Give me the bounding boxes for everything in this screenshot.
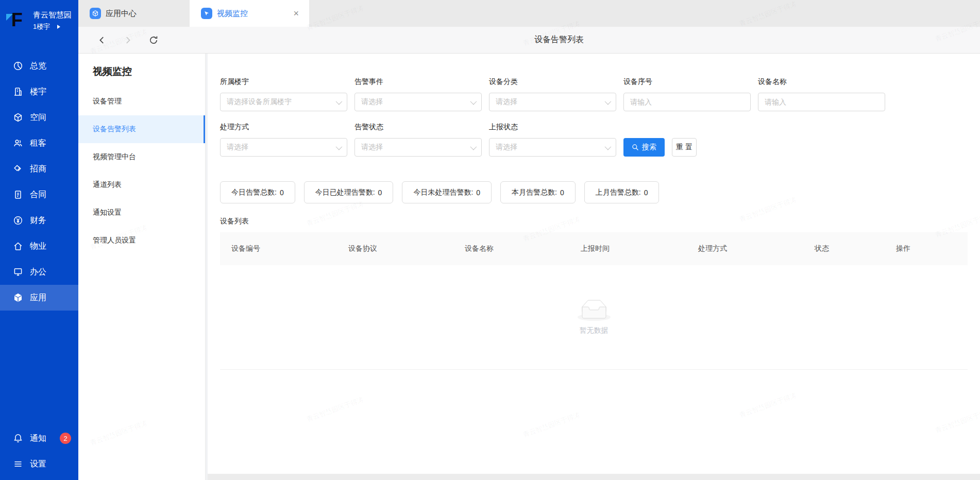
sidebar-item-finance[interactable]: 财务 — [0, 208, 78, 233]
col-actions: 操作 — [896, 244, 968, 253]
handle-method-select[interactable]: 请选择 — [220, 138, 347, 157]
filter-label-handle-method: 处理方式 — [220, 123, 347, 132]
stat-value: 0 — [560, 188, 564, 197]
table-header: 设备编号 设备协议 设备名称 上报时间 处理方式 状态 操作 — [220, 232, 968, 265]
yuan-circle-icon — [13, 215, 23, 226]
col-report-time: 上报时间 — [581, 244, 698, 253]
stat-today-unhandled[interactable]: 今日未处理告警数:0 — [402, 181, 492, 203]
submenu-item-channel-list[interactable]: 通道列表 — [78, 171, 205, 199]
app-center-icon — [90, 8, 101, 19]
logo-letter: F — [11, 9, 22, 31]
chevron-down-icon — [336, 143, 343, 150]
sidebar-item-contract[interactable]: 合同 — [0, 182, 78, 208]
video-monitoring-icon — [201, 8, 212, 19]
page-title: 设备告警列表 — [534, 35, 584, 45]
primary-sidebar: F 青云智慧园 1楼宇 总览 楼宇 空间 租客 — [0, 0, 78, 480]
submenu-item-device-management[interactable]: 设备管理 — [78, 88, 205, 115]
secondary-sidebar: 视频监控 设备管理 设备告警列表 视频管理中台 通道列表 通知设置 管理人员设置 — [78, 54, 206, 480]
sidebar-item-notifications[interactable]: 通知 2 — [0, 425, 78, 451]
submenu-item-video-platform[interactable]: 视频管理中台 — [78, 143, 205, 171]
back-button[interactable] — [97, 35, 107, 45]
sidebar-item-tenant[interactable]: 租客 — [0, 130, 78, 156]
alarm-event-select[interactable]: 请选择 — [354, 93, 482, 111]
stat-last-month-total[interactable]: 上月告警总数:0 — [584, 181, 660, 203]
filter-label-building: 所属楼宇 — [220, 77, 347, 87]
chevron-down-icon — [470, 143, 477, 150]
empty-text: 暂无数据 — [580, 326, 609, 335]
device-list-title: 设备列表 — [220, 217, 968, 226]
search-button[interactable]: 搜索 — [623, 138, 665, 157]
forward-button[interactable] — [123, 35, 133, 45]
col-status: 状态 — [815, 244, 896, 253]
tab-video-monitoring[interactable]: 视频监控 × — [190, 0, 309, 27]
house-icon — [13, 241, 23, 251]
filter-row-2: 处理方式 请选择 告警状态 请选择 上报状态 请选择 搜索 重 置 — [220, 123, 968, 168]
submenu-item-device-alarm-list[interactable]: 设备告警列表 — [78, 115, 205, 143]
empty-state: 暂无数据 — [220, 265, 968, 370]
refresh-button[interactable] — [148, 35, 159, 45]
col-device-name: 设备名称 — [465, 244, 581, 253]
search-icon — [632, 144, 639, 151]
stat-value: 0 — [280, 188, 284, 197]
cube-filled-icon — [13, 293, 23, 303]
filter-label-alarm-event: 告警事件 — [354, 77, 482, 87]
people-icon — [13, 138, 23, 148]
filter-label-device-category: 设备分类 — [489, 77, 616, 87]
chevron-down-icon — [470, 98, 477, 105]
report-status-select[interactable]: 请选择 — [489, 138, 616, 157]
cube-icon — [13, 112, 23, 123]
app-window: F 青云智慧园 1楼宇 总览 楼宇 空间 租客 — [0, 0, 980, 480]
filter-label-alarm-status: 告警状态 — [354, 123, 482, 132]
sidebar-item-property[interactable]: 物业 — [0, 233, 78, 259]
filter-label-device-name: 设备名称 — [758, 77, 885, 87]
stat-month-total[interactable]: 本月告警总数:0 — [500, 181, 576, 203]
sidebar-item-space[interactable]: 空间 — [0, 105, 78, 130]
bell-icon — [13, 433, 23, 443]
window-bottom-strip — [208, 474, 980, 480]
device-serial-input[interactable] — [623, 93, 751, 111]
sidebar-item-settings[interactable]: 设置 — [0, 451, 78, 477]
stat-today-handled[interactable]: 今日已处理告警数:0 — [304, 181, 394, 203]
filter-label-report-status: 上报状态 — [489, 123, 616, 132]
submenu-title: 视频监控 — [78, 54, 205, 78]
building-selector-label[interactable]: 1楼宇 — [33, 22, 50, 31]
close-icon[interactable]: × — [293, 9, 299, 18]
device-name-input[interactable] — [758, 93, 885, 111]
brand-logo: F — [5, 9, 29, 32]
filter-row-1: 所属楼宇 请选择设备所属楼宇 告警事件 请选择 设备分类 请选择 设备序号 设备… — [220, 77, 968, 123]
alarm-stats-row: 今日告警总数:0 今日已处理告警数:0 今日未处理告警数:0 本月告警总数:0 … — [220, 181, 968, 203]
building-select[interactable]: 请选择设备所属楼宇 — [220, 93, 347, 111]
sidebar-item-office[interactable]: 办公 — [0, 259, 78, 285]
device-table: 设备编号 设备协议 设备名称 上报时间 处理方式 状态 操作 暂无数据 — [220, 232, 968, 370]
submenu-item-notification-settings[interactable]: 通知设置 — [78, 199, 205, 227]
chevron-down-icon — [336, 98, 343, 105]
nav-bar: 设备告警列表 — [78, 27, 980, 54]
sidebar-item-apps[interactable]: 应用 — [0, 285, 78, 311]
col-device-id: 设备编号 — [231, 244, 348, 253]
tags-icon — [13, 164, 23, 174]
tab-app-center[interactable]: 应用中心 — [78, 0, 190, 27]
brand-name: 青云智慧园 — [33, 10, 72, 20]
sidebar-item-investment[interactable]: 招商 — [0, 156, 78, 182]
caret-right-icon[interactable] — [57, 25, 60, 29]
alarm-status-select[interactable]: 请选择 — [354, 138, 482, 157]
document-icon — [13, 190, 23, 200]
building-icon — [13, 87, 23, 97]
primary-menu: 总览 楼宇 空间 租客 招商 合同 — [0, 53, 78, 311]
reset-button[interactable]: 重 置 — [672, 138, 697, 157]
device-category-select[interactable]: 请选择 — [489, 93, 616, 111]
sidebar-item-building[interactable]: 楼宇 — [0, 79, 78, 105]
col-device-protocol: 设备协议 — [348, 244, 465, 253]
empty-box-icon — [578, 300, 611, 321]
notification-badge: 2 — [60, 433, 71, 444]
divider — [206, 54, 208, 480]
brand-block[interactable]: F 青云智慧园 1楼宇 — [0, 0, 78, 40]
chevron-down-icon — [605, 98, 612, 105]
stat-value: 0 — [644, 188, 648, 197]
sidebar-bottom: 通知 2 设置 — [0, 425, 78, 477]
submenu-item-admin-settings[interactable]: 管理人员设置 — [78, 227, 205, 254]
stat-today-total[interactable]: 今日告警总数:0 — [220, 181, 295, 203]
col-handle-method: 处理方式 — [698, 244, 815, 253]
sidebar-item-overview[interactable]: 总览 — [0, 53, 78, 79]
tab-bar: 应用中心 视频监控 × — [78, 0, 980, 27]
